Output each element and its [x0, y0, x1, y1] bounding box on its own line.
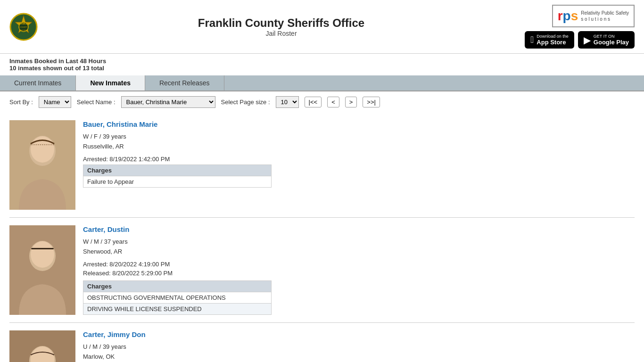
page-header: FRANKLIN COUNTY SHERIFF Franklin County … [0, 0, 644, 54]
inmate-photo [9, 225, 75, 315]
inmate-details: W / M / 37 yearsSherwood, AR [83, 237, 635, 257]
header-title: Franklin County Sheriffs Office Jail Ros… [38, 16, 525, 37]
charge-item: DRIVING WHILE LICENSE SUSPENDED [83, 303, 272, 314]
rps-s: s [571, 8, 578, 23]
controls-bar: Sort By : Name Select Name : Bauer, Chri… [0, 91, 644, 113]
tab-new-inmates[interactable]: New Inmates [76, 75, 145, 90]
charges-header: Charges [83, 165, 272, 176]
select-name-select[interactable]: Bauer, Christina Marie [121, 96, 215, 108]
inmate-details: U / M / 39 yearsMarlow, OK [83, 342, 635, 362]
inmate-info: Carter, DustinW / M / 37 yearsSherwood, … [83, 225, 635, 315]
rps-r: r [558, 8, 563, 23]
app-store-bottom-text: App Store [537, 39, 569, 46]
app-buttons:  Download on the App Store ▶ GET IT ON … [525, 31, 635, 49]
page-size-select[interactable]: 10 [276, 96, 299, 108]
inmate-name[interactable]: Carter, Jimmy Don [83, 330, 635, 338]
charges-table: ChargesFailure to Appear [83, 165, 272, 188]
apple-icon:  [530, 34, 534, 45]
svg-text:FRANKLIN: FRANKLIN [17, 22, 30, 25]
inmate-race-sex-age: W / M / 37 years [83, 237, 635, 247]
inmate-city-state: Marlow, OK [83, 352, 635, 362]
select-name-label: Select Name : [77, 99, 116, 106]
inmate-race-sex-age: W / F / 39 years [83, 132, 635, 142]
charges-table: ChargesOBSTRUCTING GOVERNMENTAL OPERATIO… [83, 280, 272, 315]
svg-text:COUNTY: COUNTY [20, 26, 28, 28]
app-store-top-text: Download on the [537, 34, 569, 39]
inmate-row: Bauer, Christina MarieW / F / 39 yearsRu… [9, 113, 635, 218]
rps-logo: rps Relativity Public Safety s o l u t i… [552, 5, 635, 27]
inmate-photo [9, 330, 75, 362]
svg-point-12 [31, 241, 54, 268]
inmate-arrested: Arrested: 8/20/2022 4:19:00 PM [83, 261, 635, 268]
inmate-arrested: Arrested: 8/19/2022 1:42:00 PM [83, 156, 635, 163]
svg-text:SHERIFF: SHERIFF [20, 30, 27, 32]
sheriff-logo: FRANKLIN COUNTY SHERIFF [9, 13, 38, 41]
google-play-top-text: GET IT ON [594, 34, 629, 39]
inmate-race-sex-age: U / M / 39 years [83, 342, 635, 352]
inmate-info: Bauer, Christina MarieW / F / 39 yearsRu… [83, 120, 635, 210]
sort-by-label: Sort By : [9, 99, 33, 106]
inmate-list: Bauer, Christina MarieW / F / 39 yearsRu… [0, 113, 644, 362]
inmate-photo [9, 120, 75, 210]
inmate-info: Carter, Jimmy DonU / M / 39 yearsMarlow,… [83, 330, 635, 362]
subtitle-line2: 10 inmates shown out of 13 total [9, 65, 635, 72]
rps-subtitle: Relativity Public Safety s o l u t i o n… [581, 10, 629, 22]
tab-bar: Current InmatesNew InmatesRecent Release… [0, 75, 644, 91]
tab-recent-releases[interactable]: Recent Releases [145, 75, 224, 90]
google-play-icon: ▶ [584, 34, 591, 46]
page-title: Franklin County Sheriffs Office [38, 16, 525, 30]
rps-p: p [563, 8, 571, 23]
header-left: FRANKLIN COUNTY SHERIFF [9, 13, 38, 41]
google-play-button[interactable]: ▶ GET IT ON Google Play [578, 31, 635, 49]
subtitle-line1: Inmates Booked in Last 48 Hours [9, 58, 635, 65]
subtitle-bar: Inmates Booked in Last 48 Hours 10 inmat… [0, 54, 644, 75]
inmate-row: Carter, Jimmy DonU / M / 39 yearsMarlow,… [9, 323, 635, 362]
inmate-details: W / F / 39 yearsRusselville, AR [83, 132, 635, 152]
inmate-city-state: Sherwood, AR [83, 247, 635, 257]
inmate-name[interactable]: Carter, Dustin [83, 225, 635, 233]
page-size-label: Select Page size : [221, 99, 270, 106]
inmate-row: Carter, DustinW / M / 37 yearsSherwood, … [9, 218, 635, 323]
google-play-bottom-text: Google Play [594, 39, 629, 46]
tab-current-inmates[interactable]: Current Inmates [0, 75, 76, 90]
nav-first-button[interactable]: |<< [305, 97, 322, 107]
header-right: rps Relativity Public Safety s o l u t i… [525, 5, 635, 49]
charge-item: OBSTRUCTING GOVERNMENTAL OPERATIONS [83, 292, 272, 303]
page-subtitle: Jail Roster [38, 30, 525, 37]
sort-by-select[interactable]: Name [39, 96, 71, 108]
charge-item: Failure to Appear [83, 176, 272, 187]
svg-rect-13 [31, 248, 54, 249]
nav-last-button[interactable]: >>| [363, 97, 380, 107]
nav-prev-button[interactable]: < [327, 97, 339, 107]
app-store-button[interactable]:  Download on the App Store [525, 31, 574, 49]
nav-next-button[interactable]: > [345, 97, 357, 107]
charges-header: Charges [83, 280, 272, 292]
inmate-name[interactable]: Bauer, Christina Marie [83, 120, 635, 128]
inmate-city-state: Russelville, AR [83, 142, 635, 152]
inmate-released: Released: 8/20/2022 5:29:00 PM [83, 270, 635, 277]
